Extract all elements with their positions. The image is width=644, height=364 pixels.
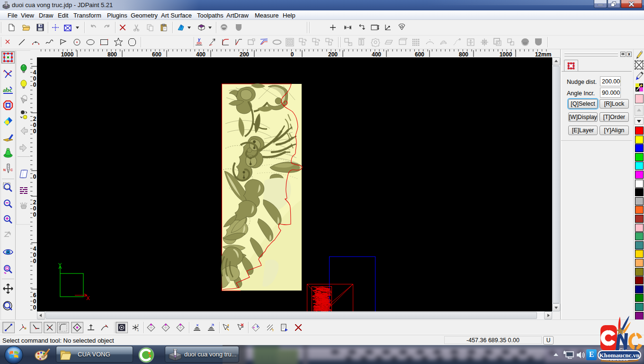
- svg-text:0: 0: [33, 82, 36, 88]
- svg-text:6: 6: [33, 292, 36, 299]
- svg-text:0: 0: [33, 128, 36, 135]
- svg-text:2: 2: [33, 116, 36, 122]
- svg-text:N: N: [3, 168, 6, 172]
- svg-text:800: 800: [107, 51, 117, 57]
- svg-text:0: 0: [33, 304, 36, 311]
- svg-text:400: 400: [196, 51, 206, 57]
- svg-text:600: 600: [152, 51, 161, 57]
- svg-text:2: 2: [33, 199, 36, 206]
- svg-text:0: 0: [33, 122, 36, 128]
- svg-text:1000: 1000: [61, 51, 74, 57]
- svg-text:600: 600: [415, 51, 424, 57]
- svg-text:Khomaucnc.vn: Khomaucnc.vn: [599, 352, 640, 359]
- svg-text:Y: Y: [58, 262, 62, 268]
- svg-text:0: 0: [33, 252, 36, 258]
- svg-text:0: 0: [33, 298, 36, 305]
- svg-text:400: 400: [372, 51, 381, 57]
- svg-text:0: 0: [33, 258, 36, 264]
- svg-text:4: 4: [33, 246, 36, 252]
- svg-text:200: 200: [240, 51, 249, 57]
- svg-text:0: 0: [33, 205, 36, 212]
- svg-text:x: x: [137, 323, 139, 326]
- svg-text:0: 0: [291, 51, 294, 57]
- svg-text:0: 0: [33, 211, 36, 218]
- svg-text:4: 4: [33, 69, 36, 76]
- svg-text:0: 0: [33, 173, 36, 180]
- svg-text:x: x: [137, 329, 139, 332]
- svg-text:800: 800: [459, 51, 468, 57]
- svg-text:X: X: [86, 295, 90, 301]
- svg-text:200: 200: [328, 51, 338, 57]
- svg-text:12mm: 12mm: [535, 51, 552, 57]
- svg-text:C: C: [10, 168, 13, 172]
- svg-text:0: 0: [33, 75, 36, 82]
- svg-text:1000: 1000: [500, 51, 512, 57]
